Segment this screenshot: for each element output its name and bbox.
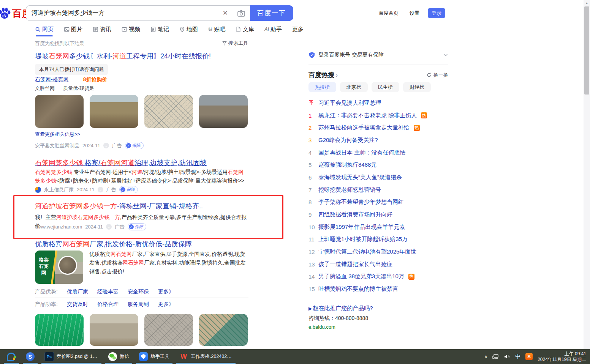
taskbar-assistant-app[interactable]: 助手工具: [136, 349, 172, 364]
feature-link[interactable]: 价格合理: [97, 301, 119, 308]
result-title-1[interactable]: 堤坡石笼网多少钱〖水利-河道工程专用〗24小时在线报价!: [35, 52, 211, 61]
secure-badge[interactable]: ✓ 保障: [128, 223, 146, 230]
result-thumbnail[interactable]: [144, 95, 193, 128]
taskbar-wechat-app[interactable]: 微信: [105, 349, 132, 364]
hot-tab-finance[interactable]: 财经榜: [403, 82, 431, 92]
hot-item-text: 四组数据看消费市场回升向好: [318, 211, 392, 218]
feature-link[interactable]: 交货及时: [67, 301, 88, 308]
hot-search-item[interactable]: 13 孩子一道错题把家长气出癔症: [308, 258, 451, 271]
taskbar-clock[interactable]: 上午 09:41 2024年11月19日 星期二: [538, 351, 586, 362]
taskbar-photoshop-app[interactable]: Ps 竞价图2.psd @ 10...: [41, 349, 101, 364]
tab-wenku[interactable]: 文库: [236, 26, 254, 33]
advantage-link[interactable]: 优质厂家: [67, 288, 88, 295]
hot-search-item[interactable]: 6 泰海域发现无头“美人鱼”疑遭猎杀: [308, 171, 451, 184]
tab-more[interactable]: 更多: [292, 26, 304, 33]
tab-assistant[interactable]: Ai 助手: [264, 26, 282, 33]
tab-images[interactable]: 图片: [64, 26, 82, 33]
hot-search-item[interactable]: 12 宁德时代第二代钠电池有望2025年面世: [308, 246, 451, 258]
feature-link[interactable]: 服务周到: [128, 301, 149, 308]
hot-badge: 热: [414, 125, 420, 131]
volume-icon[interactable]: [504, 354, 510, 359]
baidu-home-link[interactable]: 百度首页: [379, 10, 399, 17]
hot-search-title[interactable]: 百度热搜: [308, 71, 334, 79]
result-thumbnail[interactable]: [35, 95, 84, 128]
scrollbar-up-arrow[interactable]: ▲: [584, 2, 590, 4]
tray-expand-icon[interactable]: ∧: [484, 354, 487, 359]
refresh-button[interactable]: 换一换: [427, 72, 448, 79]
sitelink-row: 石笼网-格宾网 8折抢购价: [35, 76, 107, 83]
chevron-down-icon[interactable]: [443, 52, 448, 58]
advantages-more-link[interactable]: 更多》: [158, 288, 174, 295]
hot-search-item[interactable]: 1 黑龙江：非必要不击毙老虎 除非正伤人 热: [308, 109, 451, 122]
hot-search-item[interactable]: 2 苏州马拉松两选手被曝拿走大量补给 热: [308, 121, 451, 134]
clear-search-icon[interactable]: ✕: [219, 9, 232, 17]
taskbar-wps-app[interactable]: W 工作表格.2024021...: [176, 349, 236, 364]
taskbar-sogou-app[interactable]: S: [23, 349, 38, 364]
hot-search-item[interactable]: 3 G20峰会为何备受关注?: [308, 134, 451, 147]
sitelink-gebinwang[interactable]: 石笼网-格宾网: [35, 76, 69, 83]
result-thumbnail[interactable]: [199, 95, 248, 128]
tab-notes[interactable]: 笔记: [150, 26, 169, 33]
camera-search-icon[interactable]: [232, 10, 250, 17]
tab-tieba[interactable]: 贴 贴吧: [208, 26, 225, 33]
result-thumbnail[interactable]: [35, 314, 84, 346]
tab-video[interactable]: 视频: [122, 26, 140, 33]
tab-maps[interactable]: 地图: [179, 26, 198, 33]
source-date: 2024-11: [85, 224, 103, 230]
scrollbar-thumb[interactable]: [584, 6, 589, 95]
hot-search-item[interactable]: 4 国足再战日本 主帅：没有任何胆怯: [308, 147, 451, 159]
source-date: 2024-11: [77, 187, 95, 192]
advantage-link[interactable]: 安全环保: [128, 288, 149, 295]
result-thumbnail[interactable]: [199, 314, 248, 346]
hot-search-item[interactable]: 11 上班睡觉1小时被开除起诉获赔35万: [308, 233, 451, 246]
search-box[interactable]: ✕: [26, 5, 250, 21]
result4-thumbnail[interactable]: 格宾 石笼网: [35, 251, 83, 284]
hot-search-item[interactable]: 14 男子脑溢血 38位兄弟3天凑出10万 热: [308, 271, 451, 283]
promotion-link[interactable]: ▶ 想在此推广您的产品吗?: [308, 305, 373, 312]
advantage-link[interactable]: 经验丰富: [97, 288, 119, 295]
promotion-url[interactable]: e.baidu.com: [308, 324, 373, 330]
result-title-2[interactable]: 石笼网笼多少钱 格宾/石笼网河道治理,边坡支护,防汛固坡: [35, 158, 207, 167]
features-more-link[interactable]: 更多》: [158, 301, 174, 308]
result-thumbnail[interactable]: [90, 314, 138, 346]
settings-link[interactable]: 设置: [410, 10, 419, 17]
see-more-link[interactable]: 查看更多相关信息>>: [35, 131, 80, 138]
phone-consult-badge: 本月74人已拨打电话咨询问题: [35, 64, 108, 75]
hot-tab-trending[interactable]: 热搜榜: [308, 82, 336, 92]
hot-item-text: 吐槽黄焖鸡不要点的博主被禁言: [318, 285, 398, 293]
taskbar-browser-app[interactable]: [4, 349, 19, 364]
result-title-3[interactable]: 河道护坡石笼网多少钱一方-海栋丝网-厂家直销-规格齐..: [35, 202, 203, 211]
search-button[interactable]: 百度一下: [250, 5, 293, 21]
scrollbar[interactable]: ▲: [584, 0, 590, 350]
input-language-indicator[interactable]: 中: [515, 353, 520, 360]
hot-tab-beijing[interactable]: 北京榜: [340, 82, 368, 92]
hot-search-item[interactable]: 5 赵薇被强制执行8488元: [308, 159, 451, 171]
hot-search-item[interactable]: 8 李子柒称不希望青少年梦想当网红: [308, 196, 451, 209]
hot-tab-livelihood[interactable]: 民生榜: [372, 82, 399, 92]
hot-search-item[interactable]: 10 摄影展1997年作品出现喜羊羊元素: [308, 221, 451, 233]
sogou-tray-icon[interactable]: S: [525, 353, 533, 360]
search-input[interactable]: [26, 6, 219, 20]
network-icon[interactable]: [492, 354, 499, 359]
feedback-icon[interactable]: ⌄: [106, 224, 112, 230]
login-banner[interactable]: 登录百度帐号 交易更有保障: [308, 52, 448, 58]
login-button[interactable]: 登录: [428, 8, 445, 18]
secure-badge[interactable]: ✓ 保障: [119, 186, 138, 193]
chevron-right-icon[interactable]: ›: [336, 72, 338, 78]
clock-time: 上午 09:41: [538, 351, 586, 357]
secure-badge[interactable]: ✓ 保障: [125, 142, 144, 149]
hot-search-item[interactable]: 7 挖呀挖黄老师怒怼营销号: [308, 184, 451, 196]
result-thumbnail[interactable]: [90, 95, 138, 128]
feedback-icon[interactable]: ⌄: [103, 143, 109, 148]
tieba-icon: 贴: [208, 27, 212, 32]
tab-news[interactable]: 资讯: [93, 26, 111, 33]
hot-search-item[interactable]: 9 四组数据看消费市场回升向好: [308, 208, 451, 221]
funnel-icon: [222, 41, 227, 46]
hot-search-item[interactable]: 15 吐槽黄焖鸡不要点的博主被禁言: [308, 283, 451, 295]
result-title-4[interactable]: 优质格宾网石笼网厂家,批发价格-质优价低-品质保障: [35, 240, 192, 249]
tab-web[interactable]: 网页: [35, 26, 54, 33]
result-thumbnail[interactable]: [144, 314, 193, 346]
search-tools-button[interactable]: 搜索工具: [222, 40, 248, 47]
feedback-icon[interactable]: ⌄: [98, 187, 103, 192]
hot-search-item[interactable]: 习近平会见澳大利亚总理: [308, 97, 451, 109]
